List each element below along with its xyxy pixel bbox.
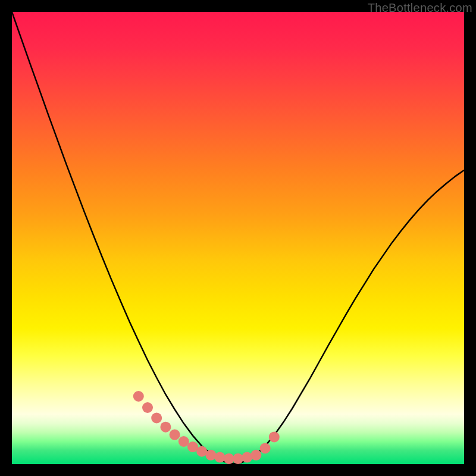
marker-point <box>170 430 180 440</box>
marker-point <box>215 452 226 463</box>
plot-frame <box>12 12 464 464</box>
marker-point <box>233 453 243 464</box>
curve-layer <box>12 12 464 464</box>
watermark-text: TheBottleneck.com <box>368 1 472 15</box>
curve-markers <box>133 391 280 464</box>
marker-point <box>142 402 153 413</box>
marker-point <box>205 450 216 461</box>
bottleneck-curve <box>12 12 464 464</box>
marker-point <box>242 452 252 463</box>
marker-point <box>250 450 261 461</box>
marker-point <box>160 422 171 433</box>
marker-point <box>178 436 189 447</box>
marker-point <box>260 443 271 453</box>
marker-point <box>133 391 144 402</box>
marker-point <box>151 413 162 424</box>
marker-point <box>269 431 280 442</box>
